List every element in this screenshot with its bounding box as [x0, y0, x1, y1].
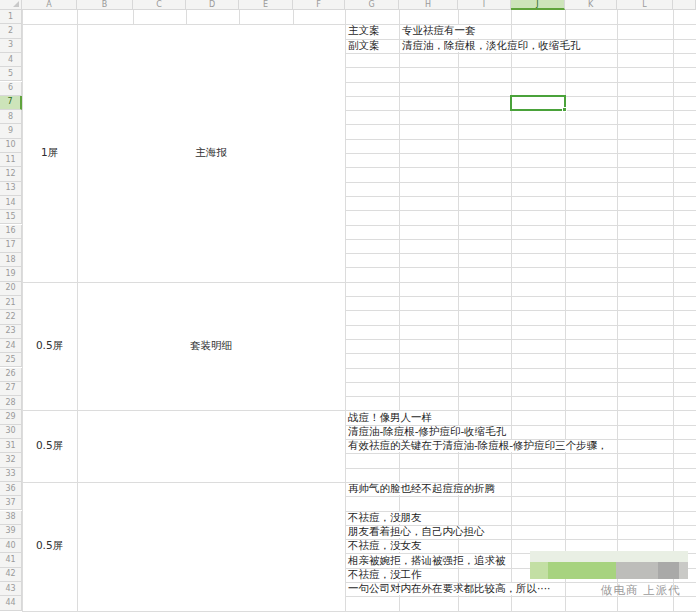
row-header-10[interactable]: 10	[0, 139, 22, 153]
row-header-25[interactable]: 25	[0, 353, 22, 367]
row-header-17[interactable]: 17	[0, 239, 22, 253]
row-header-31[interactable]: 31	[0, 439, 22, 453]
row-header-22[interactable]: 22	[0, 310, 22, 324]
cell-G43[interactable]: 一句公司对内在外在要求都比较高，所以····	[347, 583, 550, 595]
cell-G31[interactable]: 有效祛痘的关键在于清痘油-除痘根-修护痘印三个步骤，	[347, 440, 608, 452]
gridline	[293, 10, 294, 24]
selected-cell-J7[interactable]	[510, 95, 566, 111]
cell-G39[interactable]: 朋友看着担心，自己内心担心	[347, 526, 485, 538]
cell-H2[interactable]: 专业祛痘有一套	[401, 25, 476, 37]
row-header-13[interactable]: 13	[0, 182, 22, 196]
gridline	[345, 382, 696, 383]
gridline	[345, 310, 696, 311]
gridline	[186, 10, 187, 24]
merged-cell-content-29[interactable]	[77, 410, 345, 482]
row-header-7[interactable]: 7	[0, 96, 22, 110]
row-header-28[interactable]: 28	[0, 396, 22, 410]
row-header-12[interactable]: 12	[0, 167, 22, 181]
cell-G40[interactable]: 不祛痘，没女友	[347, 540, 422, 552]
merged-cell-screen-29[interactable]: 0.5屏	[22, 410, 77, 482]
row-header-33[interactable]: 33	[0, 468, 22, 482]
row-header-5[interactable]: 5	[0, 67, 22, 81]
row-header-41[interactable]: 41	[0, 553, 22, 567]
cell-G36[interactable]: 再帅气的脸也经不起痘痘的折腾	[347, 483, 495, 495]
row-header-11[interactable]: 11	[0, 153, 22, 167]
select-all-corner[interactable]	[0, 0, 22, 10]
row-header-2[interactable]: 2	[0, 24, 22, 38]
column-header-K[interactable]: K	[565, 0, 617, 10]
column-header-L[interactable]: L	[617, 0, 673, 10]
column-header-partial[interactable]	[673, 0, 696, 10]
merged-cell-content-20[interactable]: 套装明细	[77, 282, 345, 411]
fill-handle[interactable]	[562, 107, 567, 112]
column-header-G[interactable]: G	[345, 0, 399, 10]
row-header-40[interactable]: 40	[0, 539, 22, 553]
gridline	[345, 182, 696, 183]
cell-G30[interactable]: 清痘油-除痘根-修护痘印-收缩毛孔	[347, 426, 506, 438]
row-header-24[interactable]: 24	[0, 339, 22, 353]
row-header-44[interactable]: 44	[0, 596, 22, 610]
row-header-18[interactable]: 18	[0, 253, 22, 267]
cell-G41[interactable]: 相亲被婉拒，搭讪被强拒，追求被	[347, 554, 506, 566]
row-header-30[interactable]: 30	[0, 425, 22, 439]
column-header-A[interactable]: A	[22, 0, 77, 10]
row-header-14[interactable]: 14	[0, 196, 22, 210]
row-header-32[interactable]: 32	[0, 453, 22, 467]
row-header-4[interactable]: 4	[0, 53, 22, 67]
row-header-16[interactable]: 16	[0, 225, 22, 239]
gridline	[345, 196, 696, 197]
gridline	[345, 53, 696, 54]
row-header-3[interactable]: 3	[0, 39, 22, 53]
row-header-1[interactable]: 1	[0, 10, 22, 24]
column-header-D[interactable]: D	[186, 0, 239, 10]
row-header-21[interactable]: 21	[0, 296, 22, 310]
column-header-C[interactable]: C	[133, 0, 186, 10]
merged-cell-screen-20[interactable]: 0.5屏	[22, 282, 77, 411]
row-header-23[interactable]: 23	[0, 325, 22, 339]
merged-cell-screen-36[interactable]: 0.5屏	[22, 482, 77, 611]
gridline	[345, 82, 696, 83]
merged-cell-content-2[interactable]: 主海报	[77, 24, 345, 281]
censor-block	[548, 562, 616, 579]
row-header-27[interactable]: 27	[0, 382, 22, 396]
gridline	[345, 267, 696, 268]
row-header-29[interactable]: 29	[0, 410, 22, 424]
column-header-J[interactable]: J	[511, 0, 565, 10]
column-header-H[interactable]: H	[399, 0, 458, 10]
row-header-42[interactable]: 42	[0, 568, 22, 582]
row-header-36[interactable]: 36	[0, 482, 22, 496]
merged-cell-screen-2[interactable]: 1屏	[22, 24, 77, 281]
row-header-9[interactable]: 9	[0, 124, 22, 138]
row-header-20[interactable]: 20	[0, 282, 22, 296]
row-header-26[interactable]: 26	[0, 368, 22, 382]
gridline	[345, 496, 696, 497]
column-header-B[interactable]: B	[77, 0, 133, 10]
column-header-E[interactable]: E	[239, 0, 293, 10]
row-header-39[interactable]: 39	[0, 525, 22, 539]
row-header-38[interactable]: 38	[0, 511, 22, 525]
cell-H3[interactable]: 清痘油，除痘根，淡化痘印，收缩毛孔	[401, 40, 581, 52]
column-header-I[interactable]: I	[458, 0, 511, 10]
cell-G42[interactable]: 不祛痘，没工作	[347, 569, 422, 581]
cell-G3[interactable]: 副文案	[347, 40, 380, 52]
censor-block	[530, 562, 548, 579]
gridline	[22, 611, 696, 612]
row-header-19[interactable]: 19	[0, 267, 22, 281]
row-header-37[interactable]: 37	[0, 496, 22, 510]
gridline	[345, 325, 696, 326]
column-header-F[interactable]: F	[293, 0, 345, 10]
row-header-15[interactable]: 15	[0, 210, 22, 224]
row-header-6[interactable]: 6	[0, 82, 22, 96]
gridline	[345, 225, 696, 226]
merged-cell-content-36[interactable]	[77, 482, 345, 611]
gridline	[239, 10, 240, 24]
censor-block	[679, 562, 688, 579]
cell-G29[interactable]: 战痘！像男人一样	[347, 411, 432, 423]
cell-G38[interactable]: 不祛痘，没朋友	[347, 512, 422, 524]
gridline	[345, 353, 696, 354]
gridline	[345, 139, 696, 140]
select-all-icon	[13, 1, 19, 7]
row-header-8[interactable]: 8	[0, 110, 22, 124]
row-header-43[interactable]: 43	[0, 582, 22, 596]
cell-G2[interactable]: 主文案	[347, 25, 380, 37]
